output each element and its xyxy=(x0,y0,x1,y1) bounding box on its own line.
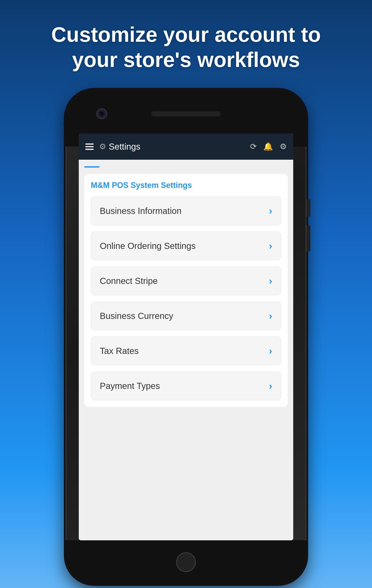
gear-icon: ⚙ xyxy=(99,142,106,151)
menu-item-connect-stripe[interactable]: Connect Stripe› xyxy=(91,266,281,295)
screen-content: M&M POS System Settings Business Informa… xyxy=(79,160,293,540)
bell-icon[interactable]: 🔔 xyxy=(263,142,273,151)
menu-item-label-connect-stripe: Connect Stripe xyxy=(100,276,158,286)
phone-bottom-bezel xyxy=(66,540,306,584)
phone-mockup: ⚙ Settings ⟳ 🔔 ⚙ M&M POS System Settings… xyxy=(66,90,306,584)
menu-item-label-tax-rates: Tax Rates xyxy=(100,346,139,356)
page-headline: Customize your account to your store's w… xyxy=(0,0,372,90)
menu-item-online-ordering-settings[interactable]: Online Ordering Settings› xyxy=(91,231,281,260)
toolbar-title: Settings xyxy=(109,142,250,152)
blue-accent-line xyxy=(84,166,100,168)
chevron-right-icon-tax-rates: › xyxy=(269,346,272,356)
camera-inner xyxy=(99,111,104,116)
menu-icon[interactable] xyxy=(85,144,94,150)
chevron-right-icon-business-currency: › xyxy=(269,310,272,321)
menu-item-business-information[interactable]: Business Information› xyxy=(91,196,281,225)
sliders-icon[interactable]: ⚙ xyxy=(280,142,287,151)
chevron-right-icon-online-ordering-settings: › xyxy=(269,241,272,251)
menu-item-label-online-ordering-settings: Online Ordering Settings xyxy=(100,241,196,251)
refresh-icon[interactable]: ⟳ xyxy=(250,142,257,151)
menu-item-label-business-currency: Business Currency xyxy=(100,311,173,321)
side-button-power xyxy=(306,199,310,217)
chevron-right-icon-connect-stripe: › xyxy=(269,275,272,286)
menu-item-payment-types[interactable]: Payment Types› xyxy=(91,371,281,400)
app-toolbar: ⚙ Settings ⟳ 🔔 ⚙ xyxy=(79,133,293,160)
phone-screen: ⚙ Settings ⟳ 🔔 ⚙ M&M POS System Settings… xyxy=(79,133,293,540)
camera xyxy=(96,108,107,119)
speaker xyxy=(151,110,221,116)
phone-shell: ⚙ Settings ⟳ 🔔 ⚙ M&M POS System Settings… xyxy=(66,90,306,584)
settings-card: M&M POS System Settings Business Informa… xyxy=(84,174,288,407)
home-button[interactable] xyxy=(176,552,196,572)
chevron-right-icon-payment-types: › xyxy=(269,380,272,391)
menu-item-label-business-information: Business Information xyxy=(100,206,182,216)
menu-item-business-currency[interactable]: Business Currency› xyxy=(91,301,281,330)
side-button-volume xyxy=(306,225,310,252)
toolbar-action-icons: ⟳ 🔔 ⚙ xyxy=(250,142,287,151)
chevron-right-icon-business-information: › xyxy=(269,205,272,216)
menu-items-list: Business Information›Online Ordering Set… xyxy=(91,196,281,400)
menu-item-label-payment-types: Payment Types xyxy=(100,381,160,391)
settings-heading: M&M POS System Settings xyxy=(91,181,281,190)
menu-item-tax-rates[interactable]: Tax Rates› xyxy=(91,336,281,365)
